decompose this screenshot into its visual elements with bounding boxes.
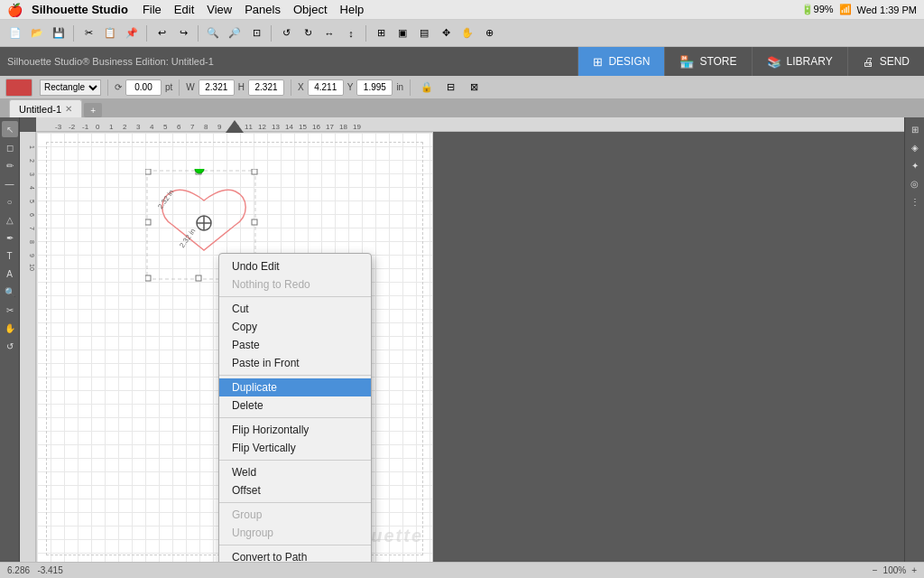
menu-edit[interactable]: Edit (174, 3, 194, 16)
ruler-tick-v: 10 (29, 257, 35, 271)
scissors-tool[interactable]: ✂ (2, 302, 18, 318)
align-center-v[interactable]: ⊠ (464, 78, 484, 98)
canvas-area[interactable]: -3 -2 -1 0 1 2 3 4 5 6 7 8 9 10 11 12 13… (20, 117, 904, 562)
copy-button[interactable]: 📋 (100, 23, 120, 43)
draw-tool[interactable]: ✏ (2, 157, 18, 173)
left-toolbar: ↖ ◻ ✏ — ○ △ ✒ T A 🔍 ✂ ✋ ↺ (0, 117, 20, 562)
undo-button[interactable]: ↩ (152, 23, 171, 43)
move-button[interactable]: ✥ (436, 23, 456, 43)
menu-panels[interactable]: Panels (245, 3, 281, 16)
height-input[interactable] (248, 79, 284, 96)
svg-rect-8 (145, 275, 151, 281)
rotation-input[interactable] (125, 79, 162, 96)
sep4 (410, 79, 411, 96)
tab-store[interactable]: 🏪 STORE (664, 47, 751, 76)
polygon-tool[interactable]: △ (2, 211, 18, 228)
document-tab-name: Untitled-1 (19, 104, 61, 115)
ellipse-tool[interactable]: ○ (2, 193, 18, 210)
flip-v-button[interactable]: ↕ (341, 23, 361, 43)
right-panel-tool-3[interactable]: ✦ (907, 157, 923, 173)
text-tool[interactable]: T (2, 247, 18, 264)
ctx-paste-in-front[interactable]: Paste in Front (219, 354, 371, 372)
store-icon: 🏪 (679, 55, 694, 69)
tab-design[interactable]: ⊞ DESIGN (578, 47, 664, 76)
rotation-unit-label: pt (165, 82, 172, 92)
align-button[interactable]: ⊞ (371, 23, 391, 43)
ruler-vertical: 1 2 3 4 5 6 7 8 9 10 (20, 132, 36, 562)
zoom-out-button[interactable]: 🔎 (225, 23, 245, 43)
right-panel-tool-4[interactable]: ◎ (907, 175, 923, 191)
save-button[interactable]: 💾 (49, 23, 69, 43)
menu-view[interactable]: View (207, 3, 232, 16)
ruler-tick: 19 (352, 123, 365, 131)
tab-library[interactable]: 📚 LIBRARY (752, 47, 847, 76)
rotate-right-button[interactable]: ↻ (298, 23, 318, 43)
ctx-delete[interactable]: Delete (219, 396, 371, 415)
rotation-label: ⟳ (115, 82, 122, 92)
menu-help[interactable]: Help (340, 3, 365, 16)
ctx-sep-5 (219, 502, 371, 503)
rectangle-tool[interactable]: ◻ (2, 139, 18, 155)
open-button[interactable]: 📂 (27, 23, 47, 43)
ctx-duplicate[interactable]: Duplicate (219, 378, 371, 396)
hand-button[interactable]: ✋ (457, 23, 477, 43)
library-icon: 📚 (767, 55, 781, 69)
x-input[interactable] (308, 79, 344, 96)
width-input[interactable] (199, 79, 235, 96)
unit-label: in (396, 82, 403, 92)
ctx-offset[interactable]: Offset (219, 481, 371, 499)
line-tool[interactable]: — (2, 175, 18, 191)
paste-button[interactable]: 📌 (122, 23, 142, 43)
ctx-convert-to-path[interactable]: Convert to Path (219, 548, 371, 562)
redo-button[interactable]: ↪ (173, 23, 193, 43)
lock-aspect-button[interactable]: 🔒 (417, 78, 437, 98)
right-panel-tool-5[interactable]: ⋮ (907, 193, 923, 210)
cut-button[interactable]: ✂ (79, 23, 98, 43)
close-tab-button[interactable]: ✕ (65, 104, 72, 114)
group-button[interactable]: ▣ (393, 23, 412, 43)
apple-menu[interactable]: 🍎 (7, 3, 23, 17)
select-tool[interactable]: ↖ (2, 121, 18, 137)
ruler-tick: 15 (298, 123, 311, 131)
new-tab-button[interactable]: + (84, 103, 102, 117)
rotate-left-button[interactable]: ↺ (276, 23, 296, 43)
ctx-flip-horizontally[interactable]: Flip Horizontally (219, 421, 371, 439)
zoom-in-button[interactable]: 🔍 (203, 23, 223, 43)
new-button[interactable]: 📄 (5, 23, 25, 43)
ctx-weld[interactable]: Weld (219, 463, 371, 481)
arc-tool[interactable]: A (2, 266, 18, 282)
zoom-in-bottom[interactable]: + (911, 565, 917, 575)
fit-button[interactable]: ⊡ (246, 23, 266, 43)
pen-tool[interactable]: ✒ (2, 229, 18, 246)
ctx-flip-vertically[interactable]: Flip Vertically (219, 439, 371, 457)
flip-h-button[interactable]: ↔ (319, 23, 339, 43)
add-button[interactable]: ⊕ (479, 23, 499, 43)
shape-type-select[interactable]: Rectangle (40, 79, 101, 96)
bottom-bar: 6.286 -3.415 − 100% + (0, 562, 924, 578)
document-tab[interactable]: Untitled-1 ✕ (9, 99, 82, 117)
ctx-undo-edit[interactable]: Undo Edit (219, 257, 371, 275)
y-input[interactable] (356, 79, 393, 96)
ungroup-button[interactable]: ▤ (414, 23, 434, 43)
zoom-tool[interactable]: 🔍 (2, 284, 18, 300)
zoom-level: 100% (883, 565, 907, 575)
ruler-tick: 6 (176, 123, 189, 131)
right-panel-tool-1[interactable]: ⊞ (907, 121, 923, 137)
tab-send-label: SEND (880, 55, 910, 68)
undo-tool[interactable]: ↺ (2, 338, 18, 354)
ctx-paste[interactable]: Paste (219, 336, 371, 354)
ctx-copy[interactable]: Copy (219, 318, 371, 336)
main-area: ↖ ◻ ✏ — ○ △ ✒ T A 🔍 ✂ ✋ ↺ -3 -2 -1 0 1 2… (0, 117, 924, 562)
ctx-cut[interactable]: Cut (219, 300, 371, 318)
top-navigation: Silhouette Studio® Business Edition: Unt… (0, 47, 924, 76)
y-label: Y (347, 82, 354, 92)
align-center-h[interactable]: ⊟ (440, 78, 460, 98)
zoom-out-bottom[interactable]: − (873, 565, 878, 575)
right-panel-tool-2[interactable]: ◈ (907, 139, 923, 155)
shape-preview[interactable] (5, 79, 32, 97)
menu-object[interactable]: Object (293, 3, 328, 16)
ruler-tick-v: 8 (29, 230, 35, 244)
tab-send[interactable]: 🖨 SEND (847, 47, 924, 76)
hand-tool[interactable]: ✋ (2, 320, 18, 336)
menu-file[interactable]: File (143, 3, 162, 16)
